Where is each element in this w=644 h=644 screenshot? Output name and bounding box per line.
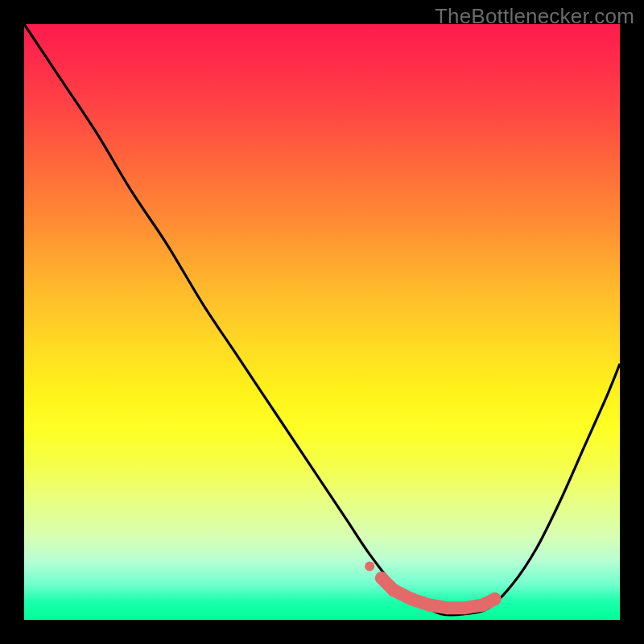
marker-dot (365, 561, 374, 571)
bottleneck-curve (24, 24, 620, 615)
marker-dot (375, 572, 388, 584)
chart-frame: TheBottleneсker.com (0, 0, 644, 644)
marker-dot (440, 601, 453, 614)
marker-dot (405, 592, 418, 605)
plot-area (24, 24, 620, 620)
watermark-text: TheBottleneсker.com (435, 4, 634, 29)
marker-dot (477, 599, 489, 612)
marker-dot (489, 592, 502, 605)
marker-dot (423, 599, 436, 612)
marker-dot (459, 601, 472, 614)
marker-dot (387, 584, 400, 597)
curve-layer (24, 24, 620, 620)
optimal-range-markers (365, 561, 501, 614)
